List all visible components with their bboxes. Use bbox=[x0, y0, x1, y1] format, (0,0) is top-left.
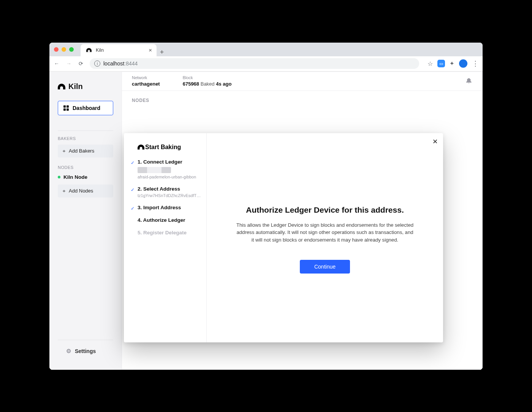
step-title: 1. Connect Ledger bbox=[138, 159, 203, 165]
start-baking-modal: ✕ Start Baking ✓ 1. Connect Ledger afrai… bbox=[124, 133, 443, 342]
nav-dashboard[interactable]: Dashboard bbox=[58, 101, 113, 115]
maximize-window-icon[interactable] bbox=[69, 47, 74, 52]
block-baked-word: Baked bbox=[201, 81, 215, 87]
step-title: 3. Import Address bbox=[138, 205, 203, 210]
section-bakers-label: BAKERS bbox=[49, 136, 122, 145]
block-age: 4s ago bbox=[216, 81, 231, 87]
add-bakers-label: Add Bakers bbox=[69, 148, 94, 154]
step-title: 2. Select Address bbox=[138, 186, 203, 192]
titlebar: Kiln × + bbox=[49, 43, 483, 56]
modal-close-icon[interactable]: ✕ bbox=[432, 138, 438, 146]
step-subtitle: tz1gYrw7HSnTdDZhcZRvEsdfTgS... bbox=[138, 193, 201, 198]
sidebar-divider bbox=[58, 130, 113, 131]
page-heading-nodes: NODES bbox=[132, 98, 472, 103]
add-bakers-button[interactable]: ＋ Add Bakers bbox=[58, 145, 113, 157]
browser-menu-icon[interactable]: ⋮ bbox=[472, 59, 479, 68]
section-nodes-label: NODES bbox=[49, 165, 122, 173]
browser-tab[interactable]: Kiln × bbox=[81, 44, 157, 56]
minimize-window-icon[interactable] bbox=[62, 47, 66, 52]
plus-icon: ＋ bbox=[62, 188, 66, 194]
modal-content-panel: Authorize Ledger Device for this address… bbox=[207, 133, 443, 342]
nav-forward-icon: → bbox=[65, 60, 72, 67]
close-window-icon[interactable] bbox=[54, 47, 59, 52]
step-register-delegate[interactable]: 5. Register Delegate bbox=[138, 230, 203, 235]
browser-window: Kiln × + ← → ⟳ i localhost:8444 ☆ ▭ ✦ ⋮ bbox=[49, 43, 483, 370]
block-height: 675968 bbox=[183, 81, 199, 87]
authorize-description: This allows the Ledger Device to sign bl… bbox=[236, 221, 414, 244]
window-controls bbox=[54, 47, 74, 52]
step-title: 5. Register Delegate bbox=[138, 230, 203, 235]
add-nodes-button[interactable]: ＋ Add Nodes bbox=[58, 185, 113, 197]
step-import-address[interactable]: ✓ 3. Import Address bbox=[138, 205, 203, 210]
step-connect-ledger[interactable]: ✓ 1. Connect Ledger afraid-pademelon-urb… bbox=[138, 159, 203, 179]
nav-back-icon[interactable]: ← bbox=[53, 60, 60, 67]
bookmark-star-icon[interactable]: ☆ bbox=[428, 60, 433, 67]
modal-title-text: Start Baking bbox=[145, 144, 181, 151]
plus-icon: ＋ bbox=[62, 148, 66, 154]
app-logo: Kiln bbox=[49, 79, 122, 101]
notifications-bell-icon[interactable]: 🔔︎ bbox=[466, 77, 472, 85]
step-select-address[interactable]: ✓ 2. Select Address tz1gYrw7HSnTdDZhcZRv… bbox=[138, 186, 203, 198]
network-value: carthagenet bbox=[132, 81, 160, 87]
nav-reload-icon[interactable]: ⟳ bbox=[78, 60, 84, 67]
block-info: Block 675968 Baked 4s ago bbox=[183, 75, 232, 87]
modal-steps-panel: Start Baking ✓ 1. Connect Ledger afraid-… bbox=[124, 133, 207, 342]
dashboard-icon bbox=[63, 105, 69, 111]
status-dot-icon bbox=[58, 176, 60, 178]
dashboard-label: Dashboard bbox=[73, 105, 100, 111]
node-name: Kiln Node bbox=[63, 174, 87, 180]
ledger-device-icon bbox=[138, 167, 171, 173]
network-label: Network bbox=[132, 75, 160, 80]
new-tab-button[interactable]: + bbox=[157, 48, 167, 56]
authorize-heading: Authorize Ledger Device for this address… bbox=[246, 205, 404, 215]
add-nodes-label: Add Nodes bbox=[69, 188, 93, 194]
gear-icon: ⚙ bbox=[66, 348, 71, 355]
check-icon: ✓ bbox=[131, 206, 135, 211]
url-host: localhost bbox=[103, 60, 124, 67]
url-port: :8444 bbox=[124, 60, 138, 67]
address-bar: ← → ⟳ i localhost:8444 ☆ ▭ ✦ ⋮ bbox=[49, 56, 483, 72]
kiln-logo-icon bbox=[58, 84, 65, 89]
tab-favicon-icon bbox=[86, 48, 92, 52]
settings-label: Settings bbox=[75, 348, 96, 354]
step-authorize-ledger[interactable]: 4. Authorize Ledger bbox=[138, 217, 203, 223]
block-label: Block bbox=[183, 75, 232, 80]
site-info-icon[interactable]: i bbox=[94, 60, 100, 67]
app-name: Kiln bbox=[68, 82, 83, 91]
nav-settings[interactable]: ⚙ Settings bbox=[58, 340, 113, 362]
continue-button[interactable]: Continue bbox=[300, 260, 350, 274]
tab-title: Kiln bbox=[96, 48, 104, 53]
zoom-extension-icon[interactable]: ▭ bbox=[437, 60, 445, 67]
network-info: Network carthagenet bbox=[132, 75, 160, 87]
tab-close-icon[interactable]: × bbox=[149, 47, 152, 53]
extensions-icon[interactable]: ✦ bbox=[450, 60, 454, 67]
topbar: Network carthagenet Block 675968 Baked 4… bbox=[122, 72, 482, 91]
modal-title: Start Baking bbox=[138, 144, 203, 151]
step-subtitle: afraid-pademelon-urban-gibbon bbox=[138, 175, 201, 179]
sidebar: Kiln Dashboard BAKERS ＋ Add Bakers NODES… bbox=[49, 72, 122, 370]
check-icon: ✓ bbox=[131, 160, 135, 165]
url-input[interactable]: i localhost:8444 bbox=[90, 58, 419, 69]
check-icon: ✓ bbox=[131, 187, 135, 192]
step-title: 4. Authorize Ledger bbox=[138, 217, 203, 223]
toolbar-extensions: ☆ ▭ ✦ ⋮ bbox=[428, 59, 479, 68]
profile-avatar-icon[interactable] bbox=[459, 59, 467, 68]
node-item[interactable]: Kiln Node bbox=[49, 173, 122, 185]
kiln-logo-icon bbox=[138, 145, 144, 150]
